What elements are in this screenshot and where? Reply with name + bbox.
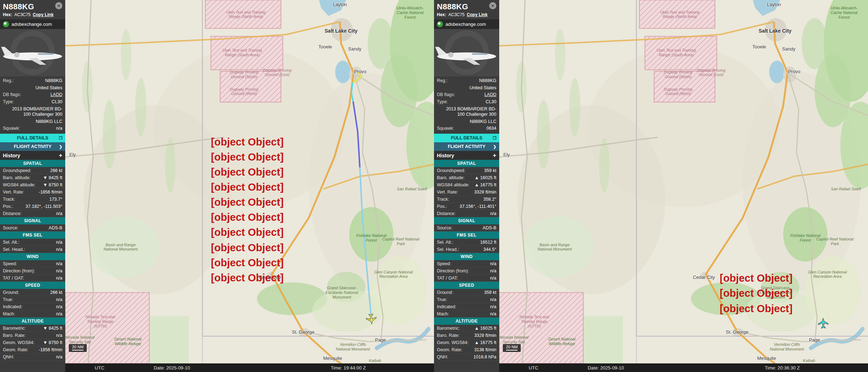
- data-row: Sel. Head.: 344.5°: [434, 246, 499, 253]
- data-row: Baro. Rate: n/a: [0, 332, 65, 339]
- timezone-label: UTC: [95, 365, 104, 371]
- info-value: CL30: [486, 99, 496, 105]
- data-row: Sel. Alt.: 16512 ft: [434, 239, 499, 246]
- data-row: Indicated: n/a: [434, 303, 499, 310]
- row-label: Source:: [3, 225, 18, 230]
- data-row: True: n/a: [0, 296, 65, 303]
- row-value: n/a: [56, 211, 62, 216]
- row-label: Track:: [3, 197, 15, 202]
- aircraft-icon[interactable]: [818, 318, 829, 329]
- section-rows: Sel. Alt.: 16512 ft Sel. Head.: 344.5°: [434, 239, 499, 253]
- section-header[interactable]: SIGNAL: [0, 217, 65, 224]
- info-label: Squawk:: [3, 126, 20, 132]
- section-header[interactable]: FMS SEL: [434, 232, 499, 239]
- map-annotation: [object Object][object Object][object Ob…: [211, 134, 283, 285]
- flight-activity-button[interactable]: FLIGHT ACTIVITY ❯: [0, 142, 65, 151]
- adsbexchange-dual-view: N888KG × Hex: AC3C75 Copy Link adsbexcha…: [0, 0, 868, 372]
- section-header[interactable]: ALTITUDE: [0, 318, 65, 325]
- info-row: 2013 BOMBARDIER BD-100 Challenger 300: [0, 106, 65, 118]
- copy-link[interactable]: Copy Link: [467, 12, 487, 17]
- section-header[interactable]: SPATIAL: [434, 160, 499, 167]
- tracker-panel-left: N888KG × Hex: AC3C75 Copy Link adsbexcha…: [0, 0, 434, 372]
- close-icon[interactable]: ×: [55, 2, 62, 9]
- data-row: QNH: n/a: [0, 353, 65, 361]
- info-row: Type: CL30: [434, 99, 499, 106]
- aircraft-photo[interactable]: [0, 29, 65, 76]
- sidebar-section: FMS SEL Sel. Alt.: 16512 ft Sel. Head.: …: [434, 232, 499, 253]
- section-header[interactable]: SPEED: [0, 282, 65, 289]
- tracker-panel-right: N888KG × Hex: AC3C75 Copy Link adsbexcha…: [434, 0, 868, 372]
- section-header[interactable]: WIND: [434, 253, 499, 260]
- data-row: Geom. Rate: 3136 ft/min: [434, 346, 499, 353]
- section-rows: Groundspeed: 359 kt Baro. altitude: ▲ 16…: [434, 167, 499, 217]
- row-label: Baro. altitude:: [3, 175, 30, 180]
- data-row: Ground: 266 kt: [0, 289, 65, 296]
- full-details-button[interactable]: FULL DETAILS ❐: [0, 134, 65, 142]
- section-rows: Source: ADS-B: [434, 224, 499, 232]
- aircraft-info-sidebar: N888KG × Hex: AC3C75 Copy Link adsbexcha…: [434, 0, 499, 372]
- row-value: 3328 ft/min: [474, 190, 496, 195]
- row-label: Direction (from):: [437, 268, 469, 273]
- row-label: Vert. Rate:: [437, 190, 458, 195]
- section-rows: Barometric: ▲ 16025 ft Baro. Rate: 3328 …: [434, 325, 499, 361]
- adsbexchange-logo-icon: [437, 21, 443, 27]
- flight-activity-button[interactable]: FLIGHT ACTIVITY ❯: [434, 142, 499, 151]
- history-label: History: [437, 153, 454, 158]
- row-value: ADS-B: [49, 225, 62, 230]
- section-header[interactable]: SPEED: [434, 282, 499, 289]
- aircraft-info-list: Reg.: N888KG United States DB flags: LAD…: [0, 76, 65, 134]
- history-header[interactable]: History +: [0, 151, 65, 160]
- section-header[interactable]: FMS SEL: [0, 232, 65, 239]
- map-canvas[interactable]: Layton Salt Lake City Tooele Sandy Provo…: [499, 0, 868, 363]
- section-header[interactable]: WIND: [0, 253, 65, 260]
- info-label: Reg.:: [437, 78, 448, 84]
- chevron-right-icon: ❯: [59, 144, 62, 149]
- hex-row: Hex: AC3C75 Copy Link: [434, 12, 499, 19]
- data-row: Geom. Rate: -1856 ft/min: [0, 346, 65, 353]
- info-value: 2013 BOMBARDIER BD-100 Challenger 300: [439, 106, 496, 118]
- annotation-line: [object Object]: [211, 164, 283, 180]
- site-link[interactable]: adsbexchange.com: [11, 22, 52, 27]
- row-label: Baro. Rate:: [3, 333, 25, 338]
- aircraft-icon[interactable]: [366, 313, 377, 325]
- row-label: QNH:: [3, 354, 14, 359]
- annotation-line: [object Object]: [211, 195, 283, 210]
- flight-activity-label: FLIGHT ACTIVITY: [14, 144, 51, 149]
- site-row: adsbexchange.com: [0, 19, 65, 29]
- row-value: 266 kt: [50, 290, 62, 295]
- info-value: N888KG LLC: [36, 119, 62, 125]
- data-row: Vert. Rate: -1856 ft/min: [0, 189, 65, 196]
- chevron-right-icon: ❯: [493, 144, 496, 149]
- data-row: Indicated: n/a: [0, 303, 65, 310]
- map-canvas[interactable]: Layton Salt Lake City Tooele Sandy Provo…: [65, 0, 434, 363]
- data-row: Sel. Alt.: n/a: [0, 239, 65, 246]
- copy-link[interactable]: Copy Link: [33, 12, 53, 17]
- row-value: n/a: [56, 261, 62, 266]
- section-header[interactable]: SIGNAL: [434, 217, 499, 224]
- info-label: DB flags:: [437, 92, 455, 98]
- timezone-label: UTC: [529, 365, 538, 371]
- section-header[interactable]: SPATIAL: [0, 160, 65, 167]
- row-label: Sel. Alt.:: [3, 240, 19, 245]
- row-label: Vert. Rate:: [3, 190, 24, 195]
- close-icon[interactable]: ×: [489, 2, 496, 9]
- row-value: ▼ 8750 ft: [43, 182, 62, 187]
- sidebar-section: WIND Speed: n/a Direction (from): n/a TA…: [434, 253, 499, 282]
- data-row: Geom. WGS84: ▲ 16775 ft: [434, 339, 499, 346]
- data-row: Barometric: ▼ 8425 ft: [0, 325, 65, 332]
- site-link[interactable]: adsbexchange.com: [445, 22, 486, 27]
- row-label: Mach:: [437, 311, 449, 316]
- data-row: Groundspeed: 266 kt: [0, 167, 65, 174]
- data-row: Source: ADS-B: [0, 224, 65, 232]
- history-header[interactable]: History +: [434, 151, 499, 160]
- section-header[interactable]: ALTITUDE: [434, 318, 499, 325]
- row-label: Pos.:: [437, 204, 447, 209]
- row-label: TAT / OAT:: [437, 276, 458, 281]
- row-label: Barometric:: [3, 326, 26, 331]
- row-label: Distance:: [3, 211, 22, 216]
- aircraft-photo[interactable]: [434, 29, 499, 76]
- full-details-button[interactable]: FULL DETAILS ❐: [434, 134, 499, 142]
- row-value: 37.182°, -111.503°: [25, 204, 62, 209]
- sidebar-section: SPEED Ground: 359 kt True: n/a Indicated…: [434, 282, 499, 318]
- info-row: Type: CL30: [0, 99, 65, 106]
